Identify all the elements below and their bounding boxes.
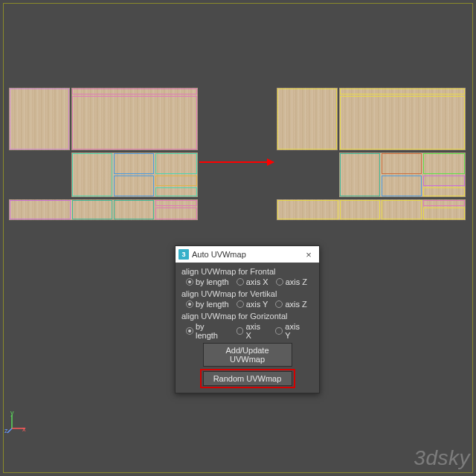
radio-label: axis Z xyxy=(286,277,307,286)
group-label-frontal: align UVWmap for Frontal xyxy=(181,267,315,276)
axis-z-label: z xyxy=(4,427,8,434)
add-update-uvwmap-button[interactable]: Add/Update UVWmap xyxy=(203,343,292,367)
random-uvwmap-button[interactable]: Random UVWmap xyxy=(203,371,292,386)
radio-vertikal-bylength[interactable]: by length xyxy=(186,300,229,309)
group-label-vertikal: align UVWmap for Vertikal xyxy=(181,289,315,298)
dialog-title: Auto UVWmap xyxy=(192,250,301,259)
viewport-frame xyxy=(3,3,473,473)
radio-vertikal-axisz[interactable]: axis Z xyxy=(275,300,306,309)
wood-panel-right-bottom xyxy=(277,199,466,220)
radio-vertikal-axisy[interactable]: axis Y xyxy=(237,300,268,309)
wood-panel-right-mid xyxy=(339,152,466,197)
radio-label: axis X xyxy=(246,277,268,286)
wood-panel-left-bottom xyxy=(9,199,198,220)
radio-label: by length xyxy=(196,300,229,309)
radio-label: axis Z xyxy=(285,300,306,309)
arrow-icon xyxy=(199,161,274,163)
axis-x-label: x xyxy=(22,425,26,433)
wood-panel-left-top-a xyxy=(9,88,70,150)
axis-y-label: y xyxy=(10,409,14,416)
auto-uvwmap-dialog: 3 Auto UVWmap × align UVWmap for Frontal… xyxy=(175,245,320,393)
radio-gorizontal-axisy[interactable]: axis Y xyxy=(275,322,307,340)
app-icon: 3 xyxy=(178,249,189,260)
close-icon[interactable]: × xyxy=(301,249,316,260)
wood-panel-left-mid xyxy=(71,152,198,197)
wood-panel-left-top-b xyxy=(71,88,198,150)
highlight-box: Random UVWmap xyxy=(200,369,295,388)
radio-frontal-axisz[interactable]: axis Z xyxy=(276,277,307,286)
radio-label: axis Y xyxy=(285,322,307,340)
wood-panel-right-top-a xyxy=(277,88,338,150)
dialog-titlebar[interactable]: 3 Auto UVWmap × xyxy=(176,246,319,263)
watermark: 3dsky xyxy=(414,446,470,470)
axis-gizmo: y x z xyxy=(6,412,28,434)
group-label-gorizontal: align UVWmap for Gorizontal xyxy=(181,312,315,321)
radio-label: by length xyxy=(196,322,229,340)
wood-panel-right-top-b xyxy=(339,88,466,150)
radio-label: axis X xyxy=(245,322,268,340)
radio-gorizontal-axisx[interactable]: axis X xyxy=(237,322,268,340)
radio-label: axis Y xyxy=(246,300,268,309)
radio-frontal-axisx[interactable]: axis X xyxy=(237,277,268,286)
radio-label: by length xyxy=(196,277,229,286)
radio-gorizontal-bylength[interactable]: by length xyxy=(186,322,229,340)
radio-frontal-bylength[interactable]: by length xyxy=(186,277,229,286)
